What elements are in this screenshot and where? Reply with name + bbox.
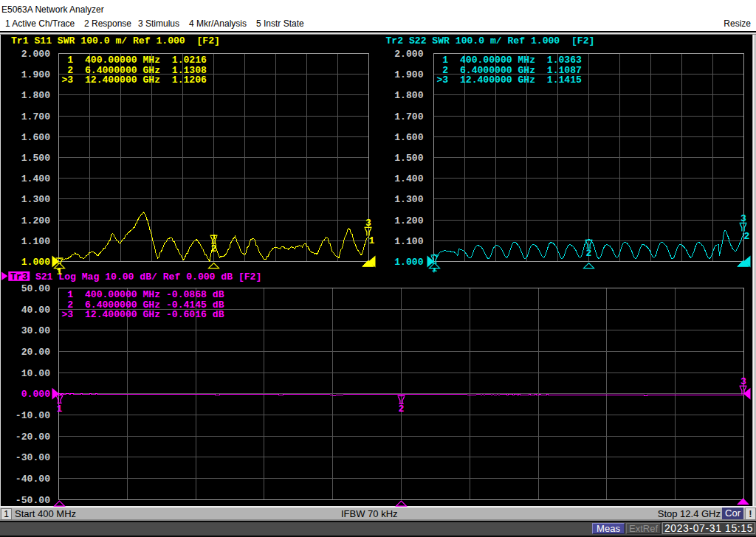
svg-text:0.000: 0.000 [21, 389, 50, 400]
svg-text:1.500: 1.500 [394, 153, 423, 164]
svg-text:10.00: 10.00 [21, 368, 50, 379]
svg-text:20.00: 20.00 [21, 347, 50, 358]
svg-text:1: 1 [57, 403, 63, 415]
svg-text:1.200: 1.200 [21, 215, 50, 226]
svg-text:1: 1 [369, 235, 375, 246]
svg-text:1.700: 1.700 [394, 111, 423, 122]
svg-text:1.700: 1.700 [21, 111, 50, 122]
svg-text:1.900: 1.900 [21, 69, 50, 80]
svg-text:50.00: 50.00 [21, 283, 50, 294]
svg-text:Tr1 S11 SWR 100.0 m/ Ref 1.000: Tr1 S11 SWR 100.0 m/ Ref 1.000 [F2] [11, 35, 220, 46]
svg-text:2.000: 2.000 [21, 49, 50, 60]
svg-text:-30.00: -30.00 [16, 452, 50, 463]
svg-text:2: 2 [211, 243, 217, 254]
svg-text:1.600: 1.600 [21, 132, 50, 143]
svg-text:1.100: 1.100 [394, 236, 423, 247]
svg-text:1.300: 1.300 [21, 194, 50, 205]
svg-text:1.900: 1.900 [394, 69, 423, 80]
svg-text:2.000: 2.000 [394, 49, 423, 60]
svg-text:30.00: 30.00 [21, 325, 50, 336]
svg-text:2: 2 [399, 403, 405, 415]
svg-text:1.400: 1.400 [21, 173, 50, 184]
svg-text:Tr3: Tr3 [10, 271, 28, 283]
svg-text:1.800: 1.800 [21, 90, 50, 101]
svg-text:Tr2 S22 SWR 100.0 m/ Ref 1.000: Tr2 S22 SWR 100.0 m/ Ref 1.000 [F2] [386, 35, 595, 46]
svg-text:1.100: 1.100 [21, 236, 50, 247]
svg-text:1.200: 1.200 [394, 215, 423, 226]
svg-text:>3 12.400000 GHz -0.6016 dB: >3 12.400000 GHz -0.6016 dB [62, 309, 224, 320]
svg-text:1.400: 1.400 [394, 173, 423, 184]
svg-text:1.000: 1.000 [21, 257, 50, 268]
svg-text:1.600: 1.600 [394, 132, 423, 143]
svg-text:3: 3 [740, 213, 746, 224]
svg-text:-10.00: -10.00 [16, 410, 50, 421]
svg-text:-50.00: -50.00 [16, 495, 50, 506]
svg-text:3: 3 [365, 218, 371, 229]
svg-text:2: 2 [744, 231, 750, 242]
svg-text:S21 Log Mag 10.00 dB/ Ref 0.00: S21 Log Mag 10.00 dB/ Ref 0.000 dB [F2] [35, 271, 261, 283]
svg-text:1.800: 1.800 [394, 90, 423, 101]
svg-text:>3 12.400000 GHz 1.1206: >3 12.400000 GHz 1.1206 [62, 75, 207, 86]
svg-text:3: 3 [740, 376, 746, 387]
svg-text:1.000: 1.000 [394, 257, 423, 268]
svg-text:-40.00: -40.00 [16, 474, 50, 485]
svg-text:-20.00: -20.00 [16, 432, 50, 443]
svg-text:1.500: 1.500 [21, 153, 50, 164]
svg-text:40.00: 40.00 [21, 305, 50, 316]
svg-text:2: 2 [586, 248, 592, 259]
svg-text:1.300: 1.300 [394, 194, 423, 205]
svg-text:>3 12.400000 GHz 1.1415: >3 12.400000 GHz 1.1415 [437, 75, 583, 86]
